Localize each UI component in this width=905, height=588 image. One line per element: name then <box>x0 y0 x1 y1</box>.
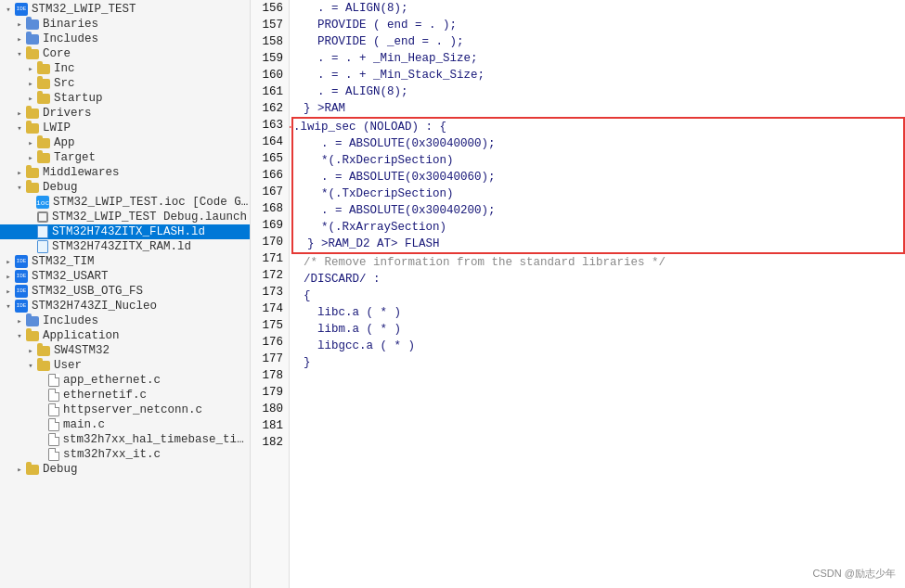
line-number: 164 <box>254 134 283 150</box>
folder-icon <box>37 94 50 104</box>
code-line: { <box>290 288 905 304</box>
tree-item-label: STM32_LWIP_TEST Debug.launch <box>52 211 247 224</box>
expand-arrow <box>26 138 35 148</box>
sidebar-item-ioc-file[interactable]: iocSTM32_LWIP_TEST.ioc [Code Gener <box>0 195 250 210</box>
folder-icon <box>26 123 39 134</box>
tree-item-label: app_ethernet.c <box>63 374 161 387</box>
line-number: 161 <box>254 83 283 100</box>
sidebar-item-stm32_lwip_test[interactable]: IDESTM32_LWIP_TEST <box>0 2 250 17</box>
sidebar-item-inc[interactable]: Inc <box>0 61 250 76</box>
tree-item-label: STM32_LWIP_TEST.ioc [Code Gener <box>53 196 250 209</box>
line-number: 174 <box>254 300 283 317</box>
line-number: 173 <box>254 284 283 300</box>
line-number: 163 <box>254 117 283 134</box>
code-editor: 1561571581591601611621631641651661671681… <box>251 0 905 588</box>
tree-item-label: Core <box>43 47 71 60</box>
code-line: . = ALIGN(8); <box>290 0 905 17</box>
tree-item-label: STM32H743ZITX_RAM.ld <box>52 240 191 253</box>
sidebar-item-drivers[interactable]: Drivers <box>0 106 250 121</box>
sidebar-item-src[interactable]: Src <box>0 76 250 91</box>
tree-item-label: STM32_USB_OTG_FS <box>32 285 143 298</box>
line-number: 166 <box>254 167 283 184</box>
sidebar-item-lwip[interactable]: LWIP <box>0 121 250 135</box>
tree-item-label: Startup <box>54 92 103 105</box>
expand-arrow <box>15 465 24 475</box>
file-tree: IDESTM32_LWIP_TESTBinariesIncludesCoreIn… <box>0 0 251 588</box>
tree-item-label: STM32H743ZI_Nucleo <box>32 300 157 313</box>
line-number: 169 <box>254 217 283 234</box>
sidebar-item-flash-ld[interactable]: STM32H743ZITX_FLASH.ld <box>0 224 250 239</box>
folder-icon <box>26 49 39 59</box>
sidebar-item-main_c[interactable]: main.c <box>0 417 250 432</box>
sidebar-item-includes[interactable]: Includes <box>0 32 250 46</box>
ioc-icon: ioc <box>36 196 49 209</box>
tree-item-label: SW4STM32 <box>54 344 110 357</box>
file-icon <box>48 403 59 416</box>
svg-marker-1 <box>290 123 291 131</box>
sidebar-item-stm32h7xx_hal[interactable]: stm32h7xx_hal_timebase_tim.c <box>0 432 250 447</box>
folder-icon <box>26 168 39 178</box>
sidebar-item-stm32_tim[interactable]: IDESTM32_TIM <box>0 254 250 269</box>
expand-arrow <box>15 34 24 45</box>
sidebar-item-includes2[interactable]: Includes <box>0 313 250 328</box>
tree-item-label: User <box>54 359 82 372</box>
expand-arrow <box>15 123 24 134</box>
tree-item-label: stm32h7xx_it.c <box>63 448 161 461</box>
expand-arrow <box>26 361 35 371</box>
sidebar-item-stm32_usart[interactable]: IDESTM32_USART <box>0 269 250 284</box>
red-arrow-indicator <box>290 121 291 134</box>
expand-arrow <box>4 287 13 297</box>
tree-item-label: STM32_LWIP_TEST <box>32 3 136 16</box>
code-line: libc.a ( * ) <box>290 304 905 321</box>
tree-item-label: main.c <box>63 418 105 431</box>
sidebar-item-stm32h7xx_it[interactable]: stm32h7xx_it.c <box>0 447 250 462</box>
sidebar-item-binaries[interactable]: Binaries <box>0 17 250 32</box>
tree-item-label: STM32H743ZITX_FLASH.ld <box>52 225 205 238</box>
sidebar-item-launch-file[interactable]: STM32_LWIP_TEST Debug.launch <box>0 210 250 224</box>
tree-item-label: Debug <box>43 181 78 194</box>
tree-item-label: Src <box>54 77 75 90</box>
expand-arrow <box>15 168 24 178</box>
tree-item-label: STM32_USART <box>32 270 109 283</box>
file-icon <box>48 374 59 387</box>
expand-arrow <box>4 5 13 15</box>
sidebar-item-debug[interactable]: Debug <box>0 180 250 195</box>
sidebar-item-stm32_usb_otg_fs[interactable]: IDESTM32_USB_OTG_FS <box>0 284 250 299</box>
sidebar-item-startup[interactable]: Startup <box>0 91 250 106</box>
expand-arrow <box>15 183 24 193</box>
code-line: libgcc.a ( * ) <box>290 338 905 354</box>
tree-item-label: Application <box>43 329 120 342</box>
sidebar-item-stm32h743zi_nucleo[interactable]: IDESTM32H743ZI_Nucleo <box>0 299 250 313</box>
line-number: 157 <box>254 17 283 33</box>
line-number: 156 <box>254 0 283 17</box>
sidebar-item-target[interactable]: Target <box>0 150 250 165</box>
line-number: 170 <box>254 234 283 250</box>
code-line: } <box>290 354 905 371</box>
sidebar-item-middlewares[interactable]: Middlewares <box>0 165 250 180</box>
code-line: PROVIDE ( _end = . ); <box>290 33 905 50</box>
sidebar-item-httpserver_netconn_c[interactable]: httpserver_netconn.c <box>0 403 250 417</box>
folder-icon <box>37 138 50 148</box>
ide-icon: IDE <box>15 270 28 283</box>
tree-item-label: Inc <box>54 62 75 75</box>
expand-arrow <box>15 19 24 30</box>
sidebar-item-application[interactable]: Application <box>0 328 250 343</box>
sidebar-item-app[interactable]: App <box>0 135 250 150</box>
expand-arrow <box>4 301 13 312</box>
sidebar-item-core[interactable]: Core <box>0 46 250 61</box>
sidebar-item-sw4stm32[interactable]: SW4STM32 <box>0 343 250 358</box>
expand-arrow <box>4 272 13 282</box>
folder-icon <box>37 361 50 371</box>
folder-blue-icon <box>26 34 39 45</box>
tree-item-label: Drivers <box>43 107 92 120</box>
sidebar-item-user[interactable]: User <box>0 358 250 373</box>
sidebar-item-ethernetif_c[interactable]: ethernetif.c <box>0 388 250 403</box>
tree-item-label: Target <box>54 151 96 164</box>
sidebar-item-ram-ld[interactable]: STM32H743ZITX_RAM.ld <box>0 239 250 254</box>
ide-icon: IDE <box>15 255 28 268</box>
tree-item-label: ethernetif.c <box>63 389 147 402</box>
launch-icon <box>37 211 48 223</box>
code-line: *(.RxArraySection) <box>293 219 903 236</box>
sidebar-item-debug2[interactable]: Debug <box>0 462 250 477</box>
sidebar-item-app_ethernet_c[interactable]: app_ethernet.c <box>0 373 250 388</box>
